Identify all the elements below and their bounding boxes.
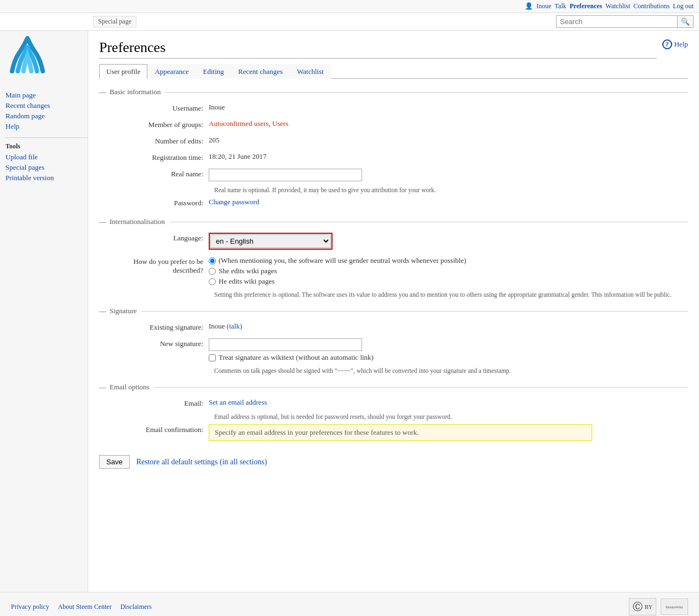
footer: Privacy policy About Steem Center Discla… [0, 592, 699, 616]
restore-defaults-link[interactable]: Restore all default settings (in all sec… [136, 458, 267, 467]
sidebar-item-upload-file[interactable]: Upload file [5, 153, 88, 162]
sidebar-navigation: Main page Recent changes Random page Hel… [5, 91, 88, 131]
real-name-input[interactable] [209, 169, 362, 181]
number-of-edits-row: Number of edits: 205 [99, 135, 688, 147]
tab-user-profile[interactable]: User profile [99, 64, 147, 79]
contributions-link[interactable]: Contributions [633, 2, 669, 10]
sidebar-item-recent-changes[interactable]: Recent changes [5, 101, 88, 110]
email-confirmation-box: Specify an email address in your prefere… [209, 424, 592, 441]
sidebar-item-random-page[interactable]: Random page [5, 112, 88, 120]
sidebar-divider [5, 137, 88, 138]
log-out-link[interactable]: Log out [673, 2, 694, 10]
username-link[interactable]: Inoue [536, 2, 551, 10]
tab-appearance[interactable]: Appearance [147, 64, 196, 79]
existing-signature-value: Inoue (talk) [209, 322, 688, 331]
internationalisation-section-header: Internationalisation [99, 217, 688, 226]
autoconfirmed-users-link[interactable]: Autoconfirmed users [209, 119, 268, 128]
registration-time-value: 18:20, 21 June 2017 [209, 152, 688, 161]
set-email-wrapper: Set an email address [209, 398, 688, 407]
email-confirmation-value: Specify an email address in your prefere… [209, 424, 688, 441]
gender-female-radio[interactable] [209, 268, 216, 275]
preferences-link[interactable]: Preferences [570, 2, 603, 10]
header-row: Special page 🔍 [0, 13, 699, 31]
change-password-link-wrapper: Change password [209, 198, 688, 206]
help-icon: ? [662, 39, 672, 49]
sidebar-item-help[interactable]: Help [5, 122, 88, 131]
about-steem-center-link[interactable]: About Steem Center [58, 603, 112, 611]
username-label: Username: [99, 103, 209, 113]
email-confirmation-row: Email confirmation: Specify an email add… [99, 423, 688, 442]
new-signature-field-wrapper: Treat signature as wikitext (without an … [209, 338, 688, 362]
users-link[interactable]: Users [272, 119, 289, 128]
wikitext-checkbox[interactable] [209, 354, 216, 361]
page-title: Preferences [99, 39, 657, 59]
language-label: Language: [99, 233, 209, 243]
help-link[interactable]: ? Help [662, 39, 688, 49]
tabs: User profile Appearance Editing Recent c… [99, 64, 688, 79]
search-input[interactable] [557, 16, 677, 27]
gender-label: How do you prefer to bedescribed? [99, 256, 209, 275]
change-password-link[interactable]: Change password [209, 198, 259, 206]
layout: Main page Recent changes Random page Hel… [0, 31, 699, 592]
top-bar: 👤 Inoue Talk Preferences Watchlist Contr… [0, 0, 699, 13]
gender-male-option[interactable]: He edits wiki pages [209, 277, 688, 286]
page-header: Preferences ? Help [99, 39, 688, 59]
basic-info-section-header: Basic information [99, 88, 688, 96]
actions-row: Save Restore all default settings (in al… [99, 455, 688, 469]
registration-time-row: Registration time: 18:20, 21 June 2017 [99, 151, 688, 163]
email-confirmation-label: Email confirmation: [99, 424, 209, 434]
new-signature-label: New signature: [99, 338, 209, 348]
member-of-groups-label: Member of groups: [99, 119, 209, 129]
svg-text:MediaWiki: MediaWiki [666, 605, 683, 609]
gender-male-radio[interactable] [209, 278, 216, 285]
sidebar-item-main-page[interactable]: Main page [5, 91, 88, 100]
mediawiki-badge: MediaWiki [661, 598, 688, 615]
footer-icons: Ⓒ BY MediaWiki [629, 598, 688, 615]
number-of-edits-label: Number of edits: [99, 136, 209, 146]
gender-hint: Setting this preference is optional. The… [214, 291, 688, 298]
member-of-groups-row: Member of groups: Autoconfirmed users, U… [99, 118, 688, 130]
tab-recent-changes[interactable]: Recent changes [231, 64, 290, 79]
footer-links: Privacy policy About Steem Center Discla… [11, 603, 152, 611]
sidebar-tools: Tools Upload file Special pages Printabl… [5, 142, 88, 182]
wikitext-checkbox-row: Treat signature as wikitext (without an … [209, 353, 688, 362]
user-icon: 👤 [525, 2, 533, 10]
save-button[interactable]: Save [99, 455, 130, 469]
signature-talk-link[interactable]: (talk) [227, 322, 242, 330]
sidebar-item-printable-version[interactable]: Printable version [5, 174, 88, 182]
new-signature-input[interactable] [209, 338, 362, 351]
tab-editing[interactable]: Editing [196, 64, 231, 79]
existing-signature-label: Existing signature: [99, 322, 209, 332]
language-select[interactable]: en - English [210, 234, 331, 248]
real-name-field-wrapper [209, 169, 688, 181]
mediawiki-icon: MediaWiki [664, 601, 684, 613]
search-box: 🔍 [556, 15, 694, 28]
gender-neutral-option[interactable]: (When mentioning you, the software will … [209, 256, 688, 265]
sidebar-item-special-pages[interactable]: Special pages [5, 163, 88, 172]
set-email-link[interactable]: Set an email address [209, 398, 267, 406]
talk-link[interactable]: Talk [555, 2, 566, 10]
username-value: Inoue [209, 103, 688, 112]
email-hint: Email address is optional, but is needed… [214, 413, 688, 420]
language-row: Language: en - English [99, 232, 688, 251]
sidebar: Main page Recent changes Random page Hel… [0, 31, 88, 592]
real-name-row: Real name: [99, 168, 688, 182]
disclaimers-link[interactable]: Disclaimers [121, 603, 152, 611]
search-button[interactable]: 🔍 [677, 16, 693, 27]
gender-neutral-radio[interactable] [209, 257, 216, 264]
signature-section-header: Signature [99, 307, 688, 315]
tab-watchlist[interactable]: Watchlist [290, 64, 331, 79]
number-of-edits-value: 205 [209, 136, 688, 145]
email-row: Email: Set an email address [99, 397, 688, 409]
tools-section-title: Tools [5, 142, 88, 151]
registration-time-label: Registration time: [99, 152, 209, 162]
main-content: Preferences ? Help User profile Appearan… [88, 31, 699, 592]
privacy-policy-link[interactable]: Privacy policy [11, 603, 49, 611]
logo [5, 36, 88, 82]
gender-row: How do you prefer to bedescribed? (When … [99, 255, 688, 287]
gender-options: (When mentioning you, the software will … [209, 256, 688, 286]
cc-badge: Ⓒ BY [629, 598, 656, 615]
email-options-section-header: Email options [99, 383, 688, 392]
watchlist-link[interactable]: Watchlist [605, 2, 630, 10]
gender-female-option[interactable]: She edits wiki pages [209, 267, 688, 275]
